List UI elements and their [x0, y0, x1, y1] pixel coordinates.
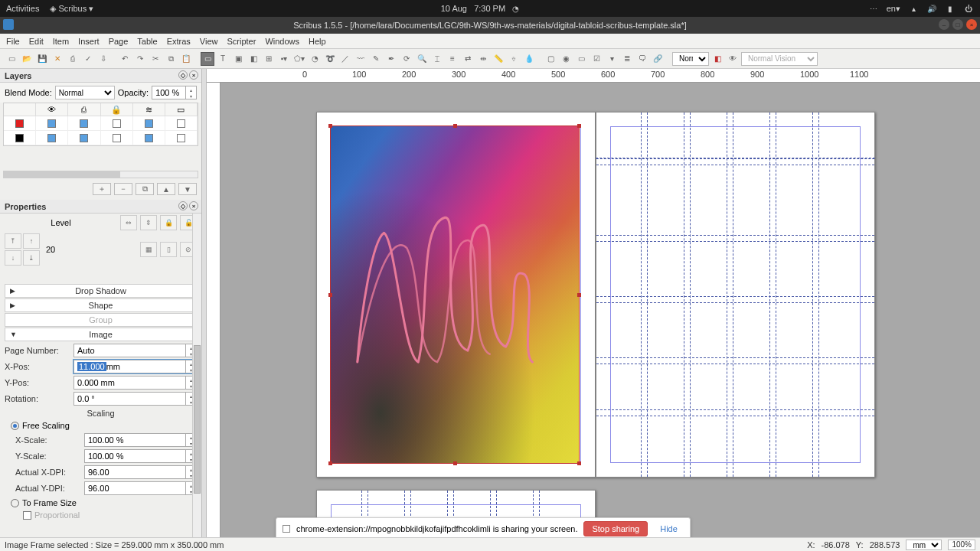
layers-close-icon[interactable]: ×	[189, 70, 198, 80]
layers-table[interactable]: 👁 ⎙ 🔒 ≋ ▭	[3, 103, 198, 146]
image-frame-icon[interactable]: ▣	[231, 52, 245, 66]
redo-icon[interactable]: ↷	[133, 52, 147, 66]
close-button[interactable]: ×	[966, 19, 977, 30]
canvas-area[interactable]: 0 100 200 300 400 500 600 700 800 900 10…	[207, 69, 980, 543]
battery-icon[interactable]: ▮	[945, 3, 956, 14]
menu-windows[interactable]: Windows	[265, 37, 299, 46]
close-doc-icon[interactable]: ✕	[51, 52, 64, 66]
menu-item[interactable]: Item	[53, 37, 69, 46]
to-frame-size-radio[interactable]: To Frame Size	[11, 498, 197, 507]
maximize-button[interactable]: □	[952, 19, 963, 30]
volume-icon[interactable]: 🔊	[926, 3, 937, 14]
layer-row[interactable]	[4, 131, 198, 145]
layer-print-checkbox[interactable]	[80, 119, 88, 128]
table-icon[interactable]: ⊞	[262, 52, 276, 66]
cut-icon[interactable]: ✂	[149, 52, 162, 66]
accordion-shape[interactable]: ▶Shape	[5, 298, 197, 312]
menu-table[interactable]: Table	[137, 37, 157, 46]
layer-print-checkbox[interactable]	[80, 134, 88, 142]
measure-icon[interactable]: 📏	[492, 52, 505, 66]
level-up-icon[interactable]: ↑	[23, 233, 40, 249]
render-frame-icon[interactable]: ◧	[247, 52, 260, 66]
unlink-frames-icon[interactable]: ⇹	[476, 52, 490, 66]
layer-color-swatch[interactable]	[15, 134, 24, 142]
properties-undock-icon[interactable]: ◇	[178, 201, 188, 210]
layers-panel-header[interactable]: Layers ◇ ×	[0, 69, 201, 83]
layers-undock-icon[interactable]: ◇	[178, 70, 188, 80]
preview-mode-select[interactable]: Normal	[672, 52, 709, 66]
pdf-radio-icon[interactable]: ◉	[559, 52, 573, 66]
layer-remove-button[interactable]: －	[114, 183, 132, 195]
input-lang[interactable]: en▾	[887, 4, 900, 14]
edit-contents-icon[interactable]: ⌶	[430, 52, 444, 66]
xscale-spinner[interactable]: 100.00 %▴▾	[84, 433, 197, 447]
vision-mode-select[interactable]: Normal Vision	[741, 52, 818, 66]
zoom-value[interactable]: 100%	[948, 540, 975, 550]
ungroup-icon[interactable]: ▯	[160, 242, 177, 257]
layer-visible-checkbox[interactable]	[47, 119, 56, 128]
calligraphic-icon[interactable]: ✒	[384, 52, 398, 66]
text-frame-icon[interactable]: T	[216, 52, 230, 66]
layer-up-button[interactable]: ▲	[157, 183, 175, 195]
menu-extras[interactable]: Extras	[167, 37, 191, 46]
menu-help[interactable]: Help	[309, 37, 326, 46]
spiral-icon[interactable]: ➰	[323, 52, 337, 66]
pdf-annot-icon[interactable]: 🗨	[635, 52, 649, 66]
save-icon[interactable]: 💾	[35, 52, 49, 66]
pdf-icon[interactable]: ⇩	[96, 52, 110, 66]
accordion-image[interactable]: ▼Image	[5, 328, 197, 341]
polygon-icon[interactable]: ⬠▾	[292, 52, 306, 66]
paste-icon[interactable]: 📋	[179, 52, 193, 66]
xpos-spinner[interactable]: 11.000 mm▴▾	[74, 360, 197, 373]
flip-h-icon[interactable]: ⇔	[120, 215, 137, 230]
story-editor-icon[interactable]: ≡	[446, 52, 459, 66]
line-icon[interactable]: ／	[338, 52, 352, 66]
page-number-spinner[interactable]: Auto▴▾	[74, 344, 197, 357]
toggle-cms-icon[interactable]: ◧	[710, 52, 724, 66]
select-tool-icon[interactable]: ▭	[201, 52, 214, 66]
pdf-list-icon[interactable]: ≣	[620, 52, 634, 66]
layer-add-button[interactable]: ＋	[93, 183, 111, 195]
level-down-icon[interactable]: ↓	[5, 250, 21, 266]
layer-lock-checkbox[interactable]	[113, 134, 121, 142]
app-menu[interactable]: ◈ Scribus ▾	[50, 4, 93, 14]
pdf-button-icon[interactable]: ▢	[544, 52, 557, 66]
open-icon[interactable]: 📂	[20, 52, 34, 66]
undo-icon[interactable]: ↶	[118, 52, 132, 66]
pdf-link-icon[interactable]: 🔗	[651, 52, 665, 66]
properties-panel-header[interactable]: Properties ◇ ×	[0, 200, 201, 214]
yscale-spinner[interactable]: 100.00 %▴▾	[84, 449, 197, 463]
layer-visible-checkbox[interactable]	[47, 134, 56, 142]
zoom-icon[interactable]: 🔍	[415, 52, 429, 66]
layer-color-swatch[interactable]	[15, 119, 24, 128]
pdf-check-icon[interactable]: ☑	[590, 52, 603, 66]
vertical-ruler[interactable]	[207, 83, 220, 543]
layer-outline-checkbox[interactable]	[177, 134, 185, 142]
horizontal-ruler[interactable]: 0 100 200 300 400 500 600 700 800 900 10…	[207, 69, 980, 83]
menu-page[interactable]: Page	[109, 37, 129, 46]
level-bottom-icon[interactable]: ⤓	[23, 250, 40, 266]
print-icon[interactable]: ⎙	[66, 52, 80, 66]
activities-button[interactable]: Activities	[6, 4, 39, 13]
layer-flow-checkbox[interactable]	[145, 134, 153, 142]
layer-flow-checkbox[interactable]	[145, 119, 153, 128]
shape-icon[interactable]: ▪▾	[277, 52, 291, 66]
blend-mode-select[interactable]: Normal	[55, 86, 115, 99]
flip-v-icon[interactable]: ⇕	[140, 215, 157, 230]
copy-icon[interactable]: ⧉	[164, 52, 178, 66]
properties-scrollbar[interactable]	[192, 214, 201, 543]
rotation-spinner[interactable]: 0.0 °▴▾	[74, 392, 197, 406]
vertical-splitter[interactable]	[201, 69, 207, 543]
eyedropper-icon[interactable]: 💧	[522, 52, 536, 66]
bezier-icon[interactable]: 〰	[354, 52, 368, 66]
lock-icon[interactable]: 🔒	[160, 215, 177, 230]
stop-sharing-button[interactable]: Stop sharing	[583, 521, 648, 536]
unit-select[interactable]: mm	[906, 540, 942, 550]
power-icon[interactable]: ⏻	[963, 3, 974, 14]
menu-scripter[interactable]: Scripter	[227, 37, 256, 46]
tray-menu-icon[interactable]: ⋯	[868, 3, 879, 14]
layers-hscroll[interactable]	[3, 171, 198, 178]
free-scaling-radio[interactable]: Free Scaling	[11, 421, 197, 430]
page-viewport[interactable]	[220, 83, 980, 543]
properties-close-icon[interactable]: ×	[189, 201, 198, 210]
